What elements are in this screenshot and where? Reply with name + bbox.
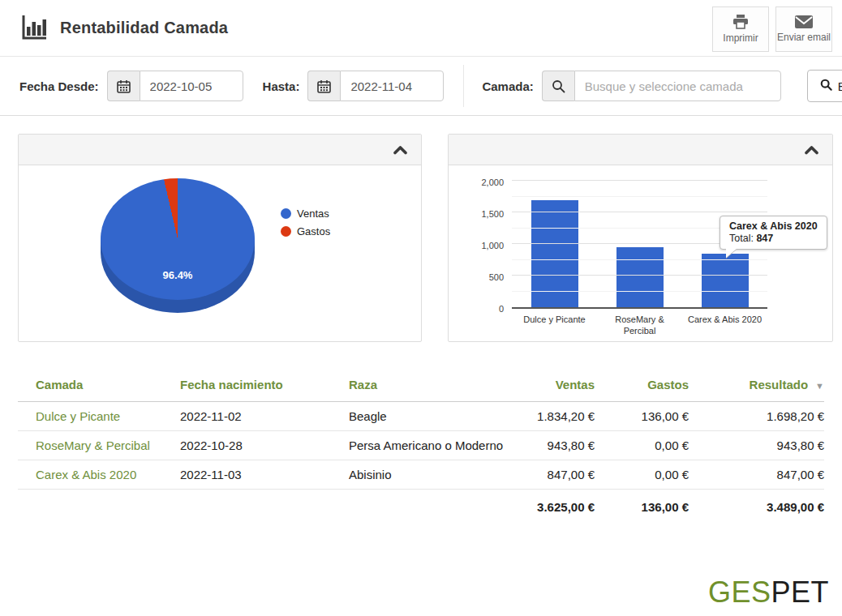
pie-slice-label: 96.4% — [101, 269, 255, 281]
camada-link[interactable]: RoseMary & Percibal — [36, 438, 150, 452]
legend-swatch — [281, 226, 291, 237]
filter-bar: Fecha Desde: Hasta: — [0, 57, 842, 116]
pie-chart-panel: 96.4% VentasGastos — [18, 134, 422, 342]
caret-down-icon[interactable]: ▼ — [815, 381, 824, 391]
page-title: Rentabilidad Camada — [60, 19, 228, 37]
table-row: RoseMary & Percibal2022-10-28Persa Ameri… — [18, 431, 824, 460]
camada-link[interactable]: Carex & Abis 2020 — [36, 468, 136, 481]
print-button-label: Imprimir — [723, 32, 758, 44]
camada-label: Camada: — [482, 79, 533, 93]
date-from-input[interactable] — [140, 71, 243, 101]
legend-swatch — [281, 208, 291, 219]
y-axis-tick-label: 1,000 — [455, 241, 504, 250]
gridline — [512, 212, 767, 212]
search-icon — [820, 79, 832, 93]
totals-cell: 136,00 € — [595, 490, 689, 522]
table-cell: Persa Americano o Moderno — [349, 431, 519, 460]
table-cell: 0,00 € — [595, 460, 689, 490]
column-header-gastos[interactable]: Gastos — [595, 370, 689, 402]
chevron-up-icon[interactable] — [393, 145, 408, 155]
bar[interactable] — [702, 254, 749, 307]
send-email-button-label: Enviar email — [777, 32, 831, 43]
table-cell: 943,80 € — [519, 431, 595, 460]
legend-label: Gastos — [297, 225, 330, 237]
date-to-group — [307, 71, 444, 101]
gridline — [512, 196, 767, 197]
envelope-icon — [795, 15, 813, 28]
table-cell: 2022-10-28 — [180, 431, 349, 460]
table-cell: 847,00 € — [689, 460, 824, 490]
gespet-logo: GESPET — [708, 575, 829, 610]
table-cell: Abisinio — [349, 460, 519, 490]
calendar-icon[interactable] — [107, 71, 140, 101]
table-totals-row: 3.625,00 €136,00 €3.489,00 € — [18, 490, 824, 522]
app-logo: Rentabilidad Camada — [18, 11, 228, 46]
search-button-label: Buscar — [838, 79, 842, 93]
x-axis-tick-label: Dulce y Picante — [512, 314, 597, 337]
table-row: Dulce y Picante2022-11-02Beagle1.834,20 … — [18, 402, 824, 431]
search-button[interactable]: Buscar — [807, 70, 842, 102]
x-axis-tick-label: RoseMary & Percibal — [597, 314, 682, 337]
totals-cell: 3.625,00 € — [519, 490, 595, 522]
camada-search-group — [542, 71, 781, 101]
table-cell: 136,00 € — [595, 402, 689, 431]
gridline — [512, 180, 767, 181]
y-axis-tick-label: 0 — [455, 304, 504, 314]
search-icon — [542, 71, 574, 101]
totals-cell: 3.489,00 € — [689, 490, 824, 522]
pie-slices[interactable] — [101, 178, 255, 300]
printer-icon — [732, 15, 749, 29]
pie-legend: VentasGastos — [281, 207, 330, 237]
bar-tooltip-tail — [726, 248, 737, 258]
totals-cell — [349, 490, 519, 522]
legend-label: Ventas — [297, 207, 329, 220]
table-cell: 1.834,20 € — [519, 402, 595, 431]
column-header-resultado[interactable]: Resultado▼ — [689, 370, 824, 402]
column-header-fecha-nacimiento[interactable]: Fecha nacimiento — [180, 370, 349, 402]
table-cell: 2022-11-03 — [180, 460, 349, 490]
totals-cell — [18, 490, 180, 522]
y-axis-tick-label: 2,000 — [455, 178, 504, 187]
camada-search-input[interactable] — [574, 71, 781, 101]
table-cell: 1.698,20 € — [689, 402, 824, 431]
gespet-logo-secondary: PET — [771, 575, 829, 609]
bar[interactable] — [616, 247, 664, 307]
bar-chart: 05001,0001,5002,000 Dulce y PicanteRoseM… — [449, 165, 832, 341]
print-button[interactable]: Imprimir — [712, 6, 769, 52]
column-header-raza[interactable]: Raza — [349, 370, 519, 402]
x-axis-tick-label: Carex & Abis 2020 — [682, 314, 767, 337]
send-email-button[interactable]: Enviar email — [775, 6, 832, 52]
bar-panel-header — [449, 135, 832, 165]
camada-link[interactable]: Dulce y Picante — [36, 409, 120, 423]
bar-tooltip: Carex & Abis 2020 Total: 847 — [720, 216, 827, 250]
y-axis-tick-label: 500 — [455, 272, 504, 282]
calendar-icon[interactable] — [307, 71, 340, 101]
bar-tooltip-value: Total: 847 — [729, 233, 818, 244]
bar-chart-icon — [18, 11, 50, 46]
gridline — [512, 291, 767, 292]
table-cell: 0,00 € — [595, 431, 689, 460]
table-row: Carex & Abis 20202022-11-03Abisinio847,0… — [18, 460, 824, 490]
table-cell: 2022-11-02 — [180, 402, 349, 431]
legend-item[interactable]: Ventas — [281, 207, 330, 220]
table-cell: 943,80 € — [689, 431, 824, 460]
camada-filter-section: Camada: Buscar — [463, 65, 842, 107]
table-header-row: CamadaFecha nacimientoRazaVentasGastosRe… — [18, 370, 824, 402]
column-header-camada[interactable]: Camada — [18, 370, 180, 402]
y-axis-tick-label: 1,500 — [455, 209, 504, 219]
bar-tooltip-title: Carex & Abis 2020 — [729, 220, 818, 232]
gespet-logo-primary: GES — [708, 575, 771, 609]
totals-cell — [180, 490, 349, 522]
date-from-group — [107, 71, 243, 101]
pie-chart: 96.4% VentasGastos — [19, 165, 421, 341]
date-from-label: Fecha Desde: — [19, 79, 99, 93]
chevron-up-icon[interactable] — [804, 145, 819, 155]
date-to-input[interactable] — [340, 71, 444, 101]
column-header-ventas[interactable]: Ventas — [519, 370, 595, 402]
gridline — [512, 259, 767, 260]
app-header: Rentabilidad Camada Imprimir Enviar emai… — [0, 0, 842, 57]
pie-panel-header — [19, 135, 421, 165]
date-to-label: Hasta: — [263, 79, 300, 93]
legend-item[interactable]: Gastos — [281, 225, 330, 237]
results-table: CamadaFecha nacimientoRazaVentasGastosRe… — [18, 370, 824, 521]
